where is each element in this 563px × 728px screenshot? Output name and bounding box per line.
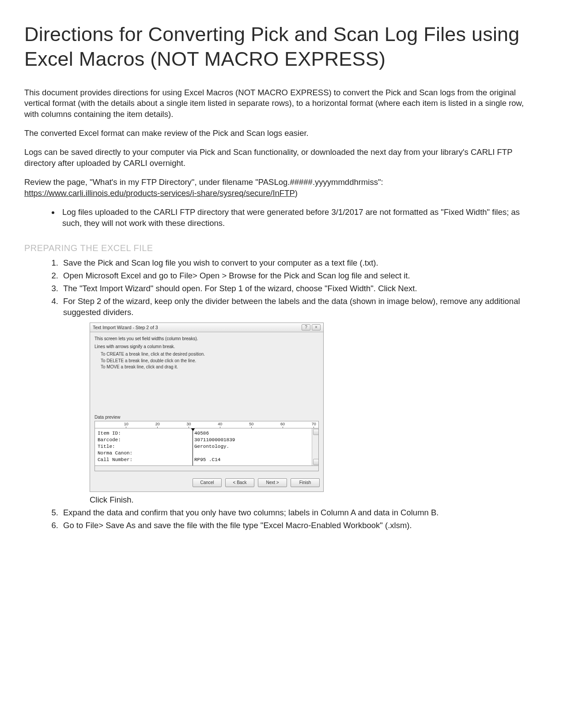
ruler-tick: 50 [249,421,253,428]
step-4: For Step 2 of the wizard, keep only the … [60,296,539,506]
preview-ruler[interactable]: 10 20 30 40 50 60 70 [94,421,319,428]
ruler-tick: 30 [187,421,191,428]
page-title: Directions for Converting Pick and Scan … [24,22,539,72]
ruler-tick: 40 [218,421,222,428]
preview-column-b: 40586 30711000001839 Gerontology. RP95 .… [194,430,235,463]
wizard-desc-1: This screen lets you set field widths (c… [94,336,319,342]
data-preview-area[interactable]: Item ID: Barcode: Title: Norma Canon: Ca… [94,428,319,466]
wizard-hint-move: To MOVE a break line, click and drag it. [101,364,319,370]
wizard-desc-2: Lines with arrows signify a column break… [94,344,319,350]
ftp-directory-link[interactable]: https://www.carli.illinois.edu/products-… [24,188,295,198]
review-page-paragraph: Review the page, "What's in my FTP Direc… [24,177,539,199]
step-2: Open Microsoft Excel and go to File> Ope… [60,270,539,281]
dialog-titlebar: Text Import Wizard - Step 2 of 3 ? × [90,323,323,332]
intro-paragraph-2: The converted Excel format can make revi… [24,128,539,139]
step-4-text: For Step 2 of the wizard, keep only the … [63,296,520,317]
step-5: Expand the data and confirm that you onl… [60,507,539,518]
next-button[interactable]: Next > [258,478,287,487]
intro-paragraph-3: Logs can be saved directly to your compu… [24,147,539,169]
ruler-tick: 10 [124,421,128,428]
review-page-text: Review the page, "What's in my FTP Direc… [24,177,383,187]
wizard-hint-delete: To DELETE a break line, double click on … [101,358,319,364]
data-preview-label: Data preview [94,414,319,420]
ruler-tick: 60 [280,421,285,428]
link-trailing: ) [295,188,298,198]
step-1: Save the Pick and Scan log file you wish… [60,258,539,269]
step-3: The "Text Import Wizard" should open. Fo… [60,283,539,294]
intro-paragraph-1: This document provides directions for us… [24,87,539,120]
close-button[interactable]: × [312,324,321,330]
preview-column-a: Item ID: Barcode: Title: Norma Canon: Ca… [98,430,132,463]
finish-button[interactable]: Finish [291,478,320,487]
text-import-wizard-dialog: Text Import Wizard - Step 2 of 3 ? × Thi… [90,323,324,492]
step-4-click-finish: Click Finish. [90,495,539,506]
cancel-button[interactable]: Cancel [193,478,222,487]
section-heading-preparing: PREPARING THE EXCEL FILE [24,242,539,254]
wizard-hint-create: To CREATE a break line, click at the des… [101,351,319,357]
ruler-tick: 20 [155,421,160,428]
column-break-line[interactable] [193,428,193,465]
back-button[interactable]: < Back [225,478,254,487]
ruler-tick: 70 [312,421,316,428]
horizontal-scrollbar[interactable] [94,466,319,471]
note-bullet-1: Log files uploaded to the CARLI FTP dire… [60,207,539,229]
help-button[interactable]: ? [302,324,310,330]
vertical-scrollbar[interactable] [312,428,318,465]
dialog-title: Text Import Wizard - Step 2 of 3 [93,324,158,330]
step-6: Go to File> Save As and save the file wi… [60,520,539,531]
